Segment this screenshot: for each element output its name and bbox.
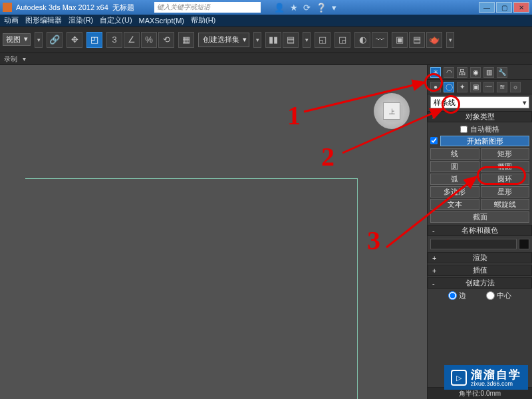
rollout-object-type-label: 对象类型 [466,112,495,122]
render-frame-icon[interactable]: ▤ [409,32,425,48]
flyout-1[interactable]: ▾ [35,32,43,48]
geometry-icon[interactable]: ● [430,82,441,92]
create-tab-icon[interactable]: ✳ [430,67,441,78]
menu-customize[interactable]: 自定义(U) [100,15,132,25]
rollout-name-color[interactable]: - 名称和颜色 [428,225,532,236]
systems-icon[interactable]: ☼ [510,82,521,92]
flyout-2[interactable]: ▾ [253,32,261,48]
ellipse-button[interactable]: 椭圆 [481,161,530,172]
create-categories: ● ◯ ✦ ▣ 〰 ≋ ☼ [428,80,532,94]
line-button[interactable]: 线 [430,148,479,160]
rollout-name-color-label: 名称和颜色 [462,225,498,235]
shape-category-dropdown[interactable]: 样条线 [430,96,529,108]
ref-coord-dropdown[interactable]: 视图 [3,33,31,46]
cameras-icon[interactable]: ▣ [470,82,481,92]
named-selection-dropdown[interactable]: 创建选择集 [198,33,249,47]
help-icon[interactable]: ❔ [316,3,327,13]
menu-animation[interactable]: 动画 [4,15,19,25]
layers-icon[interactable]: ◱ [315,32,331,48]
shapes-icon[interactable]: ◯ [444,82,454,92]
record-dropdown-icon[interactable]: ▾ [23,55,26,63]
edge-option[interactable]: 边 [448,291,466,301]
flyout-4[interactable]: ▾ [446,32,454,48]
rollout-interp[interactable]: + 插值 [428,265,532,276]
sub-toolbar: 录制 ▾ [0,53,532,65]
mirror-icon[interactable]: ▮▮ [265,32,281,48]
lights-icon[interactable]: ✦ [457,82,467,92]
arc-button[interactable]: 弧 [430,174,479,185]
center-option[interactable]: 中心 [486,291,511,301]
minimize-button[interactable]: — [479,2,495,13]
viewcube-face[interactable]: 上 [383,102,400,120]
viewport[interactable]: 上 [0,65,427,399]
helix-button[interactable]: 螺旋线 [481,199,530,210]
align-icon[interactable]: ▤ [283,32,299,48]
close-button[interactable]: ✕ [513,2,529,13]
circle-button[interactable]: 圆 [430,161,479,172]
selection-lock[interactable]: ▦ [178,32,194,48]
rollout-object-type[interactable]: - 对象类型 [428,111,532,122]
flyout-3[interactable]: ▾ [303,32,311,48]
watermark: ▷ 溜溜自学 zixue.3d66.com [444,365,528,390]
rollout-sign-4: + [432,267,436,275]
star-button[interactable]: 星形 [481,186,530,198]
people-icon[interactable]: 👤 [274,3,285,13]
start-new-shape-button[interactable]: 开始新图形 [440,136,529,146]
autogrid-checkbox[interactable] [460,126,467,133]
watermark-url: zixue.3d66.com [471,381,521,387]
rectangle-button[interactable]: 矩形 [481,148,530,160]
maximize-button[interactable]: ▢ [496,2,512,13]
motion-tab-icon[interactable]: ◉ [470,67,481,78]
object-name-input[interactable] [430,239,517,249]
rollout-render[interactable]: + 渲染 [428,252,532,263]
angle-snap[interactable]: ∠ [124,32,140,48]
sync-icon[interactable]: ⟳ [303,3,311,13]
command-panel-tabs: ✳ ◠ 品 ◉ ▥ 🔧 [428,65,532,80]
ngon-button[interactable]: 多边形 [430,186,479,198]
render-setup-icon[interactable]: ▣ [392,32,408,48]
percent-snap[interactable]: % [141,32,157,48]
spacewarps-icon[interactable]: ≋ [497,82,507,92]
snap-toggle[interactable]: 3 [106,32,122,48]
viewport-rect [25,178,358,399]
favorite-icon[interactable]: ★ [290,3,298,13]
schematic-icon[interactable]: ◲ [334,32,350,48]
rollout-create-method-label: 创建方法 [466,278,495,288]
start-new-checkbox[interactable] [430,137,438,144]
title-bar: Autodesk 3ds Max 2012 x64 无标题 键入关键字或短语 👤… [0,0,532,15]
donut-button[interactable]: 圆环 [481,174,530,185]
display-tab-icon[interactable]: ▥ [483,67,494,78]
search-input[interactable]: 键入关键字或短语 [154,2,261,13]
menu-graph-editors[interactable]: 图形编辑器 [25,15,62,25]
autogrid-label: 自动栅格 [470,124,499,134]
watermark-name: 溜溜自学 [471,369,521,381]
app-icon [3,3,12,12]
link-icon[interactable]: 🔗 [47,32,63,48]
rollout-sign-5: - [432,279,435,287]
menu-maxscript[interactable]: MAXScript(M) [139,17,184,25]
material-editor-icon[interactable]: ◐ [354,32,370,48]
rollout-create-method[interactable]: - 创建方法 [428,277,532,289]
render-icon[interactable]: 🫖 [426,32,442,48]
move-icon[interactable]: ✥ [66,32,82,48]
create-method-options: 边 中心 [428,289,532,301]
menu-rendering[interactable]: 渲染(R) [68,15,93,25]
object-color-swatch[interactable] [519,239,529,249]
rollout-render-label: 渲染 [473,253,487,263]
section-button[interactable]: 截面 [430,211,529,223]
spinner-snap[interactable]: ⟲ [158,32,174,48]
viewcube[interactable]: 上 [374,93,410,129]
helpers-icon[interactable]: 〰 [483,82,494,92]
menu-help[interactable]: 帮助(H) [191,15,215,25]
record-label: 录制 [4,55,17,64]
rotate-icon[interactable]: ◰ [86,32,102,48]
text-button[interactable]: 文本 [430,199,479,210]
utilities-tab-icon[interactable]: 🔧 [497,67,507,78]
curve-editor-icon[interactable]: 〰 [372,32,388,48]
play-icon: ▷ [451,370,467,386]
command-panel: ✳ ◠ 品 ◉ ▥ 🔧 ● ◯ ✦ ▣ 〰 ≋ ☼ 样条线 - 对象类型 自动栅… [427,65,532,399]
rollout-sign-3: + [432,254,436,262]
dropdown-icon[interactable]: ▾ [332,3,336,13]
modify-tab-icon[interactable]: ◠ [444,67,454,78]
hierarchy-tab-icon[interactable]: 品 [457,67,467,78]
